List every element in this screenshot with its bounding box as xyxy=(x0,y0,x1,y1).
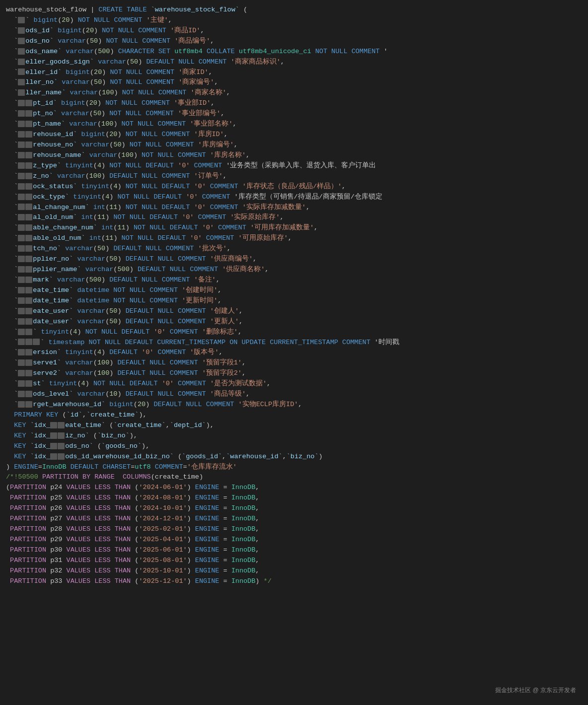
code-line: `` tinyint(4) NOT NULL DEFAULT '0' COMME… xyxy=(0,327,588,338)
code-line: PARTITION p25 VALUES LESS THAN ('2024-08… xyxy=(0,493,588,503)
code-line: KEY `idx_iz_no` (`biz_no`), xyxy=(0,431,588,441)
code-line: `eller_id` bigint(20) NOT NULL COMMENT '… xyxy=(0,68,588,78)
code-line: KEY `idx_ods_id_warehouse_id_biz_no` (`g… xyxy=(0,452,588,462)
code-line: (PARTITION p24 VALUES LESS THAN ('2024-0… xyxy=(0,483,588,493)
code-line: PARTITION p33 VALUES LESS THAN ('2025-12… xyxy=(0,576,588,587)
code-line: `rehouse_no` varchar(50) NOT NULL COMMEN… xyxy=(0,140,588,150)
code-line: `pplier_name` varchar(500) DEFAULT NULL … xyxy=(0,265,588,275)
code-line: `` timestamp NOT NULL DEFAULT CURRENT_TI… xyxy=(0,338,588,348)
code-line: `pt_id` bigint(20) NOT NULL COMMENT '事业部… xyxy=(0,98,588,109)
code-line: `pt_name` varchar(100) NOT NULL COMMENT … xyxy=(0,119,588,130)
code-line: PARTITION p28 VALUES LESS THAN ('2025-02… xyxy=(0,524,588,535)
code-block: warehouse_stock_flow | CREATE TABLE `war… xyxy=(0,5,588,587)
code-line: warehouse_stock_flow | CREATE TABLE `war… xyxy=(0,5,588,15)
code-line: `ller_no` varchar(50) NOT NULL COMMENT '… xyxy=(0,77,588,88)
code-line: KEY `idx_ods_no` (`goods_no`), xyxy=(0,441,588,452)
code-line: ) ENGINE=InnoDB DEFAULT CHARSET=utf8 COM… xyxy=(0,462,588,473)
code-line: `rget_warehouse_id` bigint(20) DEFAULT N… xyxy=(0,400,588,410)
code-line: `al_change_num` int(11) NOT NULL DEFAULT… xyxy=(0,203,588,213)
code-line: `ersion` tinyint(4) DEFAULT '0' COMMENT … xyxy=(0,348,588,358)
code-line: `ller_name` varchar(100) NOT NULL COMMEN… xyxy=(0,88,588,98)
code-line: PARTITION p26 VALUES LESS THAN ('2024-10… xyxy=(0,503,588,514)
code-line: PARTITION p29 VALUES LESS THAN ('2025-04… xyxy=(0,535,588,545)
code-container: warehouse_stock_flow | CREATE TABLE `war… xyxy=(0,0,588,705)
code-line: `able_old_num` int(11) NOT NULL DEFAULT … xyxy=(0,233,588,244)
code-line: `al_old_num` int(11) NOT NULL DEFAULT '0… xyxy=(0,212,588,223)
code-line: `pplier_no` varchar(50) DEFAULT NULL COM… xyxy=(0,254,588,265)
code-line: `` bigint(20) NOT NULL COMMENT '主键', xyxy=(0,15,588,26)
code-line: `able_change_num` int(11) NOT NULL DEFAU… xyxy=(0,223,588,233)
code-line: `ods_name` varchar(500) CHARACTER SET ut… xyxy=(0,47,588,57)
code-line: `ods_no` varchar(50) NOT NULL COMMENT '商… xyxy=(0,36,588,47)
code-line: `ods_level` varchar(10) DEFAULT NULL COM… xyxy=(0,389,588,400)
code-line: `eate_user` varchar(50) DEFAULT NULL COM… xyxy=(0,306,588,317)
code-line: `tch_no` varchar(50) DEFAULT NULL COMMEN… xyxy=(0,244,588,254)
code-line: `z_no` varchar(100) DEFAULT NULL COMMENT… xyxy=(0,171,588,182)
code-line: PARTITION p30 VALUES LESS THAN ('2025-06… xyxy=(0,545,588,556)
code-line: `date_user` varchar(50) DEFAULT NULL COM… xyxy=(0,317,588,327)
code-line: `ock_type` tinyint(4) NOT NULL DEFAULT '… xyxy=(0,192,588,203)
code-line: `st` tinyint(4) NOT NULL DEFAULT '0' COM… xyxy=(0,379,588,389)
code-line: `mark` varchar(500) DEFAULT NULL COMMENT… xyxy=(0,275,588,285)
code-line: PARTITION p27 VALUES LESS THAN ('2024-12… xyxy=(0,514,588,524)
code-line: `eller_goods_sign` varchar(50) DEFAULT N… xyxy=(0,57,588,68)
code-line: `rehouse_id` bigint(20) NOT NULL COMMENT… xyxy=(0,130,588,140)
code-line: `ods_id` bigint(20) NOT NULL COMMENT '商品… xyxy=(0,26,588,36)
code-line: `date_time` datetime NOT NULL COMMENT '更… xyxy=(0,296,588,306)
code-line: KEY `idx_eate_time` (`create_time`,`dept… xyxy=(0,421,588,431)
watermark: 掘金技术社区 @ 京东云开发者 xyxy=(492,685,579,696)
code-line: PARTITION p32 VALUES LESS THAN ('2025-10… xyxy=(0,566,588,576)
code-line: PARTITION p31 VALUES LESS THAN ('2025-08… xyxy=(0,556,588,566)
code-line: `eate_time` datetime NOT NULL COMMENT '创… xyxy=(0,285,588,296)
code-line: /*!50500 PARTITION BY RANGE COLUMNS(crea… xyxy=(0,472,588,483)
code-line: PRIMARY KEY (`id`,`create_time`), xyxy=(0,410,588,421)
code-line: `serve1` varchar(100) DEFAULT NULL COMME… xyxy=(0,358,588,368)
code-line: `z_type` tinyint(4) NOT NULL DEFAULT '0'… xyxy=(0,161,588,171)
code-line: `rehouse_name` varchar(100) NOT NULL COM… xyxy=(0,150,588,161)
code-line: `ock_status` tinyint(4) NOT NULL DEFAULT… xyxy=(0,182,588,192)
code-line: `pt_no` varchar(50) NOT NULL COMMENT '事业… xyxy=(0,109,588,119)
code-line: `serve2` varchar(100) DEFAULT NULL COMME… xyxy=(0,368,588,379)
